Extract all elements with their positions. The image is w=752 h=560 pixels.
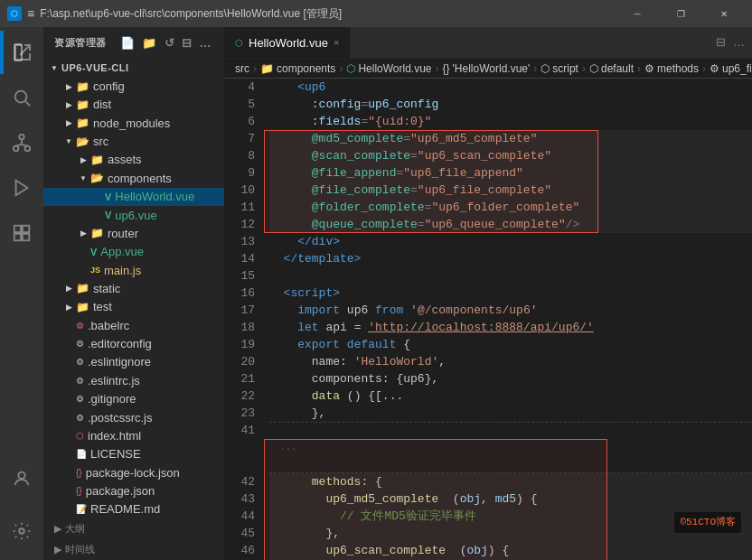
code-line-12: @queue_complete="up6_queue_complete"/> — [269, 216, 752, 233]
breadcrumb-methods[interactable]: ⚙ methods — [644, 62, 699, 75]
default-icon: ⬡ — [589, 62, 598, 75]
tree-item-editorconfig[interactable]: ⚙ .editorconfig — [43, 334, 224, 352]
more-icon[interactable]: … — [198, 34, 214, 51]
tree-item-postcss[interactable]: ⚙ .postcssrc.js — [43, 408, 224, 426]
svg-point-3 — [19, 135, 24, 140]
tree-item-pkglock[interactable]: {} package-lock.json — [43, 463, 224, 481]
activity-search[interactable] — [0, 76, 43, 119]
tree-label-eslintrc: .eslintrc.js — [88, 374, 140, 387]
tree-item-test[interactable]: ▶ 📁 test — [43, 298, 224, 316]
hamburger-icon[interactable]: ≡ — [27, 6, 34, 21]
tree-item-helloworld[interactable]: V HelloWorld.vue — [43, 188, 224, 206]
activity-explorer[interactable] — [0, 31, 43, 74]
folder-icon-router: 📁 — [90, 227, 104, 239]
code-line-9: @file_append="up6_file_append" — [269, 164, 752, 182]
tree-label-node: node_modules — [93, 117, 170, 130]
svg-rect-10 — [14, 226, 21, 232]
code-line-45: up6_scan_complete (obj) { — [269, 542, 752, 559]
tree-item-assets[interactable]: ▶ 📁 assets — [43, 151, 224, 169]
breadcrumb-default[interactable]: ⬡ default — [589, 62, 634, 75]
tree-item-readme[interactable]: 📝 README.md — [43, 500, 224, 518]
maximize-button[interactable]: ❐ — [660, 0, 701, 27]
code-line-7: @md5_complete="up6_md5_complete" — [269, 130, 752, 147]
tree-item-babelrc[interactable]: ⚙ .babelrc — [43, 316, 224, 334]
tree-item-mainjs[interactable]: JS main.js — [43, 261, 224, 279]
tree-item-config[interactable]: ▶ 📁 config — [43, 77, 224, 95]
refresh-icon[interactable]: ↺ — [163, 34, 177, 51]
editor-tab-helloworld[interactable]: ⬡ HelloWorld.vue × — [224, 27, 351, 58]
script-icon: ⬡ — [540, 62, 550, 75]
folder-icon-test: 📁 — [76, 301, 89, 313]
activity-debug[interactable] — [0, 166, 43, 210]
folder-icon-static: 📁 — [76, 282, 89, 294]
file-icon-license: 📄 — [76, 449, 87, 459]
root-label: UP6-VUE-CLI — [61, 62, 129, 73]
window-icon: ⬡ — [7, 6, 22, 21]
tree-item-src[interactable]: ▼ 📂 src — [43, 132, 224, 150]
tree-item-router[interactable]: ▶ 📁 router — [43, 224, 224, 242]
code-line-23: }, — [269, 405, 752, 422]
line-numbers: 4 5 6 7 8 9 10 11 12 13 14 15 16 17 18 1… — [224, 79, 262, 560]
cfg-icon-git: ⚙ — [76, 394, 84, 404]
more-actions-icon[interactable]: … — [733, 35, 745, 49]
tree-label-config: config — [93, 79, 125, 93]
tree-label-pkglock: package-lock.json — [86, 466, 180, 480]
code-line-43: // 文件MD5验证完毕事件 — [269, 508, 752, 525]
code-editor[interactable]: <up6 :config=up6_config :fields="{uid:0}… — [262, 79, 752, 560]
tree-item-gitignore[interactable]: ⚙ .gitignore — [43, 389, 224, 407]
tree-label-static: static — [93, 282, 120, 295]
tree-label-eslintignore: .eslintignore — [88, 355, 151, 369]
collapse-icon[interactable]: ⊟ — [180, 34, 194, 51]
tree-item-components[interactable]: ▼ 📂 components — [43, 169, 224, 187]
activity-settings[interactable] — [0, 509, 43, 553]
svg-point-14 — [18, 472, 24, 479]
outline-arrow: ▶ — [54, 523, 61, 535]
tree-item-pkg[interactable]: {} package.json — [43, 481, 224, 499]
breadcrumb-helloworldstr[interactable]: {} 'HelloWorld.vue' — [443, 62, 531, 75]
svg-point-5 — [25, 146, 30, 152]
breadcrumb-src[interactable]: src — [235, 62, 249, 75]
close-button[interactable]: ✕ — [703, 0, 745, 27]
tree-item-eslintignore[interactable]: ⚙ .eslintignore — [43, 353, 224, 371]
activity-extensions[interactable] — [0, 211, 43, 255]
titlebar: ⬡ ≡ F:\asp.net\up6-vue-cli\src\component… — [0, 0, 752, 27]
window-controls: ─ ❐ ✕ — [616, 0, 745, 27]
breadcrumb-components[interactable]: 📁 components — [260, 62, 335, 75]
tree-item-up6vue[interactable]: V up6.vue — [43, 206, 224, 224]
breadcrumb-helloworld[interactable]: ⬡ HelloWorld.vue — [346, 62, 431, 75]
activity-git[interactable] — [0, 121, 43, 164]
new-folder-icon[interactable]: 📁 — [140, 34, 159, 51]
timeline-section[interactable]: ▶ 时间线 — [43, 539, 224, 560]
code-line-44: }, — [269, 525, 752, 542]
tree-item-eslintrc[interactable]: ⚙ .eslintrc.js — [43, 371, 224, 389]
code-line-21: components: {up6}, — [269, 370, 752, 387]
split-editor-icon[interactable]: ⊟ — [716, 35, 726, 49]
tab-vue-dot: ⬡ — [235, 38, 243, 48]
code-line-5: :config=up6_config — [269, 96, 752, 113]
tree-item-appvue[interactable]: V App.vue — [43, 243, 224, 261]
tree-label-appvue: App.vue — [100, 245, 144, 258]
code-line-42: up6_md5_complete (obj, md5) { — [269, 490, 752, 508]
tree-root[interactable]: ▼ UP6-VUE-CLI — [43, 59, 224, 77]
tree-item-dist[interactable]: ▶ 📁 dist — [43, 96, 224, 114]
breadcrumb-up6filecomplete[interactable]: ⚙ up6_file_complete — [710, 62, 752, 75]
tree-item-license[interactable]: 📄 LICENSE — [43, 445, 224, 463]
svg-point-1 — [15, 91, 27, 103]
minimize-button[interactable]: ─ — [616, 0, 658, 27]
tree-item-nodemodules[interactable]: ▶ 📁 node_modules — [43, 114, 224, 132]
tree-item-static[interactable]: ▶ 📁 static — [43, 279, 224, 297]
code-line-15 — [269, 267, 752, 285]
json-icon-pkglock: {} — [76, 468, 82, 478]
breadcrumb: src › 📁 components › ⬡ HelloWorld.vue › … — [224, 59, 752, 79]
new-file-icon[interactable]: 📄 — [118, 34, 137, 51]
breadcrumb-script[interactable]: ⬡ script — [540, 62, 578, 75]
cfg-icon-babel: ⚙ — [76, 321, 84, 331]
tab-close-button[interactable]: × — [334, 37, 339, 48]
sidebar-header-icons: 📄 📁 ↺ ⊟ … — [118, 34, 214, 51]
tree-label-indexhtml: index.html — [88, 429, 141, 443]
md-icon: 📝 — [76, 504, 87, 514]
code-line-16: <script> — [269, 285, 752, 302]
activity-account[interactable] — [0, 457, 43, 500]
outline-section[interactable]: ▶ 大纲 — [43, 518, 224, 539]
tree-item-indexhtml[interactable]: ⬡ index.html — [43, 426, 224, 444]
